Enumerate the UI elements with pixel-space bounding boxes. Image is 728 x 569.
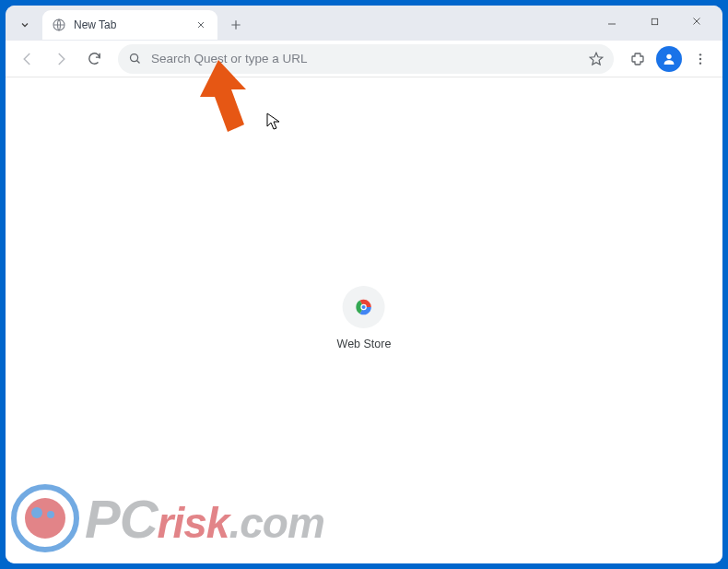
shortcut-label: Web Store: [337, 338, 392, 350]
menu-button[interactable]: [686, 44, 715, 74]
new-tab-button[interactable]: [223, 12, 249, 38]
shortcut-web-store[interactable]: Web Store: [337, 286, 392, 350]
close-icon: [691, 16, 702, 27]
minimize-button[interactable]: [592, 7, 632, 35]
star-icon: [588, 51, 605, 67]
browser-window: New Tab: [6, 6, 722, 563]
svg-point-8: [362, 305, 366, 309]
svg-point-2: [130, 54, 137, 62]
tab-strip: New Tab: [6, 6, 722, 41]
minimize-icon: [606, 16, 617, 27]
back-button[interactable]: [13, 44, 42, 74]
watermark: PCrisk.com: [11, 484, 324, 552]
profile-button[interactable]: [656, 46, 682, 72]
person-icon: [662, 52, 676, 66]
maximize-icon: [650, 17, 660, 27]
reload-icon: [87, 51, 102, 66]
toolbar: [6, 41, 722, 77]
plus-icon: [229, 18, 242, 31]
search-icon: [127, 52, 142, 66]
svg-rect-1: [652, 18, 657, 24]
tab-close-button[interactable]: [194, 18, 208, 32]
maximize-button[interactable]: [634, 7, 675, 35]
puzzle-icon: [629, 51, 646, 67]
watermark-logo-icon: [11, 484, 79, 552]
watermark-text: PCrisk.com: [85, 488, 324, 550]
svg-point-5: [699, 57, 701, 59]
forward-button[interactable]: [46, 44, 76, 74]
window-controls: [592, 7, 717, 35]
tab-new-tab[interactable]: New Tab: [42, 10, 217, 40]
address-input[interactable]: [151, 52, 579, 65]
globe-icon: [52, 18, 66, 32]
close-icon: [196, 20, 205, 30]
chevron-down-icon: [19, 19, 30, 30]
webstore-icon: [343, 286, 385, 328]
bookmark-button[interactable]: [588, 51, 605, 67]
reload-button[interactable]: [79, 44, 109, 74]
extensions-button[interactable]: [623, 44, 652, 74]
tab-title: New Tab: [74, 18, 186, 31]
kebab-icon: [693, 52, 708, 66]
search-tabs-button[interactable]: [13, 13, 37, 37]
svg-point-3: [666, 53, 671, 58]
omnibox[interactable]: [118, 44, 614, 74]
svg-point-4: [699, 53, 701, 55]
arrow-left-icon: [19, 51, 36, 67]
close-window-button[interactable]: [676, 7, 717, 35]
svg-point-6: [699, 62, 701, 64]
arrow-right-icon: [53, 51, 69, 67]
